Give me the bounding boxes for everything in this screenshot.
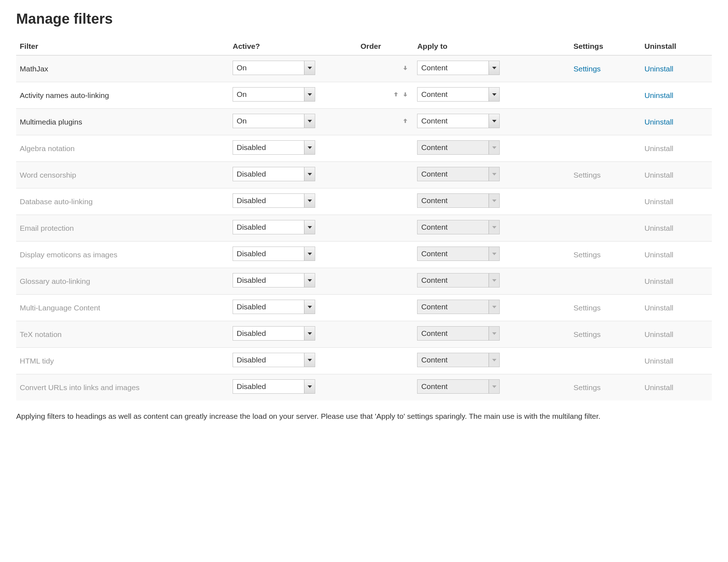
dropdown-button[interactable]	[304, 300, 315, 314]
uninstall-link[interactable]: Uninstall	[644, 91, 673, 99]
active-select[interactable]: Disabled	[233, 140, 315, 155]
order-cell	[357, 348, 414, 374]
dropdown-button[interactable]	[304, 61, 315, 75]
apply-select[interactable]: Content	[417, 61, 500, 75]
dropdown-button[interactable]	[489, 114, 499, 128]
dropdown-button[interactable]	[304, 194, 315, 207]
uninstall-link-disabled: Uninstall	[644, 144, 673, 153]
apply-select-value: Content	[421, 88, 448, 101]
dropdown-button[interactable]	[304, 220, 315, 234]
table-row: HTML tidyDisabledContentUninstall	[16, 348, 712, 374]
active-select[interactable]: Disabled	[233, 220, 315, 234]
uninstall-link-disabled: Uninstall	[644, 277, 673, 285]
table-row: Display emoticons as imagesDisabledConte…	[16, 242, 712, 268]
filter-name: Convert URLs into links and images	[16, 374, 229, 401]
active-select[interactable]: Disabled	[233, 379, 315, 394]
table-row: Email protectionDisabledContentUninstall	[16, 215, 712, 242]
filter-name: Activity names auto-linking	[16, 82, 229, 109]
dropdown-button[interactable]	[489, 61, 499, 75]
active-select-value: Disabled	[237, 380, 266, 393]
table-row: TeX notationDisabledContentSettingsUnins…	[16, 321, 712, 348]
settings-cell: Settings	[570, 321, 641, 348]
active-cell: Disabled	[229, 374, 357, 401]
dropdown-button[interactable]	[304, 353, 315, 367]
dropdown-button	[489, 141, 499, 154]
apply-select[interactable]: Content	[417, 87, 500, 102]
order-cell	[357, 215, 414, 242]
active-select[interactable]: Disabled	[233, 247, 315, 261]
apply-cell: Content	[414, 109, 570, 135]
uninstall-link-disabled: Uninstall	[644, 383, 673, 392]
uninstall-cell: Uninstall	[641, 82, 712, 109]
active-select[interactable]: Disabled	[233, 273, 315, 287]
active-select-value: Disabled	[237, 194, 266, 207]
active-select[interactable]: Disabled	[233, 167, 315, 181]
active-select-value: Disabled	[237, 300, 266, 314]
active-select[interactable]: Disabled	[233, 326, 315, 341]
move-down-icon[interactable]	[401, 64, 410, 72]
order-cell	[357, 82, 414, 109]
apply-select-value: Content	[421, 220, 448, 234]
apply-select-value: Content	[421, 380, 448, 393]
apply-select-value: Content	[421, 167, 448, 181]
page-title: Manage filters	[16, 11, 712, 27]
apply-cell: Content	[414, 321, 570, 348]
move-up-icon[interactable]	[401, 117, 410, 125]
dropdown-button[interactable]	[304, 247, 315, 261]
header-settings: Settings	[570, 38, 641, 55]
caret-down-icon	[492, 67, 496, 69]
uninstall-link-disabled: Uninstall	[644, 250, 673, 259]
filter-name: Algebra notation	[16, 135, 229, 162]
dropdown-button	[489, 273, 499, 287]
apply-select-value: Content	[421, 61, 448, 75]
active-select[interactable]: On	[233, 61, 315, 75]
move-up-icon[interactable]	[391, 90, 401, 98]
uninstall-link[interactable]: Uninstall	[644, 118, 673, 126]
order-cell	[357, 162, 414, 188]
dropdown-button[interactable]	[304, 141, 315, 154]
uninstall-cell: Uninstall	[641, 135, 712, 162]
apply-select: Content	[417, 326, 500, 341]
active-select-value: Disabled	[237, 141, 266, 154]
dropdown-button[interactable]	[304, 273, 315, 287]
caret-down-icon	[492, 226, 496, 229]
caret-down-icon	[308, 200, 312, 202]
dropdown-button[interactable]	[304, 114, 315, 128]
active-select[interactable]: On	[233, 114, 315, 128]
settings-cell	[570, 268, 641, 295]
dropdown-button[interactable]	[304, 88, 315, 101]
apply-select-value: Content	[421, 194, 448, 207]
active-select[interactable]: Disabled	[233, 353, 315, 367]
order-cell	[357, 55, 414, 82]
dropdown-button	[489, 327, 499, 340]
settings-cell: Settings	[570, 374, 641, 401]
uninstall-cell: Uninstall	[641, 268, 712, 295]
uninstall-cell: Uninstall	[641, 162, 712, 188]
dropdown-button[interactable]	[304, 327, 315, 340]
uninstall-cell: Uninstall	[641, 188, 712, 215]
caret-down-icon	[308, 253, 312, 255]
caret-down-icon	[492, 385, 496, 388]
active-select[interactable]: On	[233, 87, 315, 102]
order-cell	[357, 109, 414, 135]
apply-cell: Content	[414, 162, 570, 188]
dropdown-button[interactable]	[489, 88, 499, 101]
settings-cell	[570, 135, 641, 162]
settings-link-disabled: Settings	[573, 330, 601, 338]
active-cell: Disabled	[229, 295, 357, 321]
active-select-value: Disabled	[237, 327, 266, 340]
active-select-value: On	[237, 88, 247, 101]
uninstall-link-disabled: Uninstall	[644, 224, 673, 232]
dropdown-button[interactable]	[304, 380, 315, 393]
apply-select: Content	[417, 379, 500, 394]
uninstall-link-disabled: Uninstall	[644, 357, 673, 365]
settings-cell: Settings	[570, 295, 641, 321]
apply-select[interactable]: Content	[417, 114, 500, 128]
settings-link-disabled: Settings	[573, 383, 601, 392]
dropdown-button[interactable]	[304, 167, 315, 181]
uninstall-link[interactable]: Uninstall	[644, 65, 673, 73]
move-down-icon[interactable]	[401, 90, 410, 98]
settings-link[interactable]: Settings	[573, 65, 601, 73]
active-select[interactable]: Disabled	[233, 193, 315, 208]
active-select[interactable]: Disabled	[233, 300, 315, 314]
